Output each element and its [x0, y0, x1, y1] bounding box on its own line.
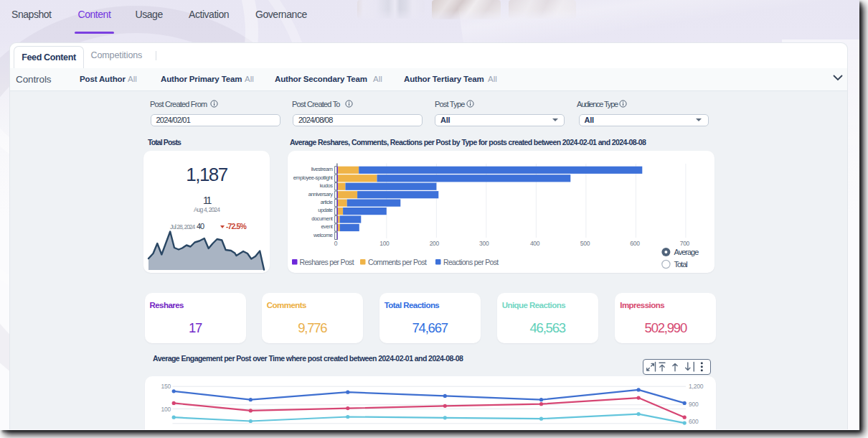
svg-text:1,200: 1,200: [689, 383, 704, 390]
svg-text:Comments per Post: Comments per Post: [368, 258, 427, 266]
svg-text:Total: Total: [674, 260, 688, 269]
svg-text:100: 100: [161, 406, 171, 413]
svg-text:kudos: kudos: [320, 182, 333, 189]
svg-text:600: 600: [630, 240, 640, 247]
svg-text:700: 700: [680, 240, 690, 247]
svg-text:400: 400: [530, 240, 540, 247]
svg-text:welcome: welcome: [313, 232, 333, 238]
svg-text:document: document: [311, 215, 334, 222]
svg-text:200: 200: [430, 240, 440, 247]
svg-text:employee-spotlight: employee-spotlight: [293, 174, 334, 181]
svg-text:Average: Average: [674, 248, 699, 256]
svg-text:Reshares per Post: Reshares per Post: [300, 258, 354, 266]
svg-text:900: 900: [689, 401, 699, 408]
svg-text:100: 100: [379, 240, 390, 247]
svg-text:Reactions per Post: Reactions per Post: [443, 258, 499, 266]
svg-text:anniversary: anniversary: [308, 191, 334, 197]
svg-text:update: update: [318, 207, 333, 213]
svg-text:150: 150: [161, 383, 171, 390]
svg-text:500: 500: [580, 240, 590, 247]
svg-text:0: 0: [334, 240, 338, 247]
svg-text:livestream: livestream: [311, 166, 333, 172]
svg-text:300: 300: [479, 240, 489, 247]
svg-text:article: article: [321, 199, 333, 205]
svg-text:600: 600: [689, 418, 699, 425]
svg-text:event: event: [321, 223, 333, 230]
